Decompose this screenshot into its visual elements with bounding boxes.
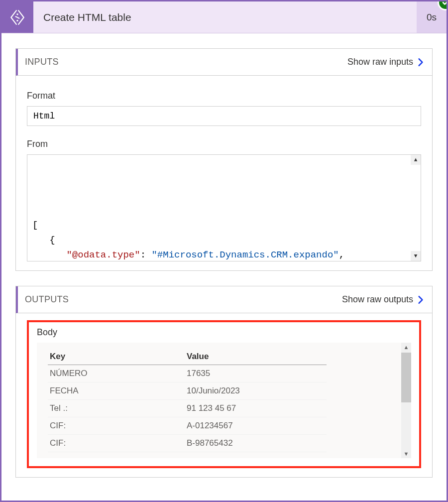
- table-row: NÚMERO17635: [48, 365, 327, 382]
- scroll-up-button[interactable]: ▲: [401, 343, 411, 352]
- from-json-viewer[interactable]: ▲ ▼ [ { "@odata.type": "#Microsoft.Dynam…: [27, 154, 421, 261]
- action-title: Create HTML table: [33, 1, 417, 33]
- table-row: CIF:B-98765432: [48, 435, 327, 452]
- scroll-down-button[interactable]: ▼: [411, 251, 421, 261]
- outputs-card-header: OUTPUTS Show raw outputs: [16, 286, 432, 313]
- highlighted-output-region: Body Key Value NÚMERO17635FECHA10/Junio/…: [27, 320, 421, 468]
- table-cell-value: B-98765432: [185, 435, 327, 452]
- scroll-down-button[interactable]: ▼: [401, 449, 411, 458]
- format-value: Html: [27, 106, 421, 126]
- inputs-card-header: INPUTS Show raw inputs: [16, 49, 432, 76]
- outputs-card: OUTPUTS Show raw outputs Body Key Value: [15, 286, 433, 478]
- table-cell-value: 91 123 45 67: [185, 400, 327, 417]
- table-cell-key: CIF:: [48, 435, 185, 452]
- json-line: "@odata.type": "#Microsoft.Dynamics.CRM.…: [32, 248, 416, 261]
- table-cell-key: FECHA: [48, 382, 185, 400]
- table-cell-key: NÚMERO: [48, 365, 185, 382]
- format-label: Format: [27, 91, 421, 101]
- table-cell-value: 17635: [185, 365, 327, 382]
- scroll-up-button[interactable]: ▲: [411, 155, 421, 165]
- json-line: [: [32, 218, 416, 233]
- show-raw-inputs-link[interactable]: Show raw inputs: [347, 57, 425, 67]
- table-cell-key: Tel .:: [48, 400, 185, 417]
- inputs-title: INPUTS: [25, 57, 59, 67]
- json-line: {: [32, 233, 416, 248]
- inputs-card: INPUTS Show raw inputs Format Html From …: [15, 48, 433, 271]
- body-label: Body: [37, 327, 411, 338]
- table-header-key: Key: [48, 349, 185, 365]
- from-label: From: [27, 139, 421, 149]
- outputs-title: OUTPUTS: [25, 294, 69, 305]
- show-raw-outputs-link[interactable]: Show raw outputs: [342, 294, 425, 305]
- svg-point-1: [16, 19, 18, 21]
- data-operations-icon: [1, 1, 33, 33]
- table-cell-key: CIF:: [48, 417, 185, 435]
- table-row: CIF:A-01234567: [48, 417, 327, 435]
- table-cell-value: 10/Junio/2023: [185, 382, 327, 400]
- output-html-table: Key Value NÚMERO17635FECHA10/Junio/2023T…: [48, 349, 327, 452]
- chevron-right-icon: [416, 295, 425, 304]
- table-row: FECHA10/Junio/2023: [48, 382, 327, 400]
- table-row: Tel .:91 123 45 67: [48, 400, 327, 417]
- vertical-scrollbar[interactable]: ▲ ▼: [401, 343, 411, 458]
- table-cell-value: A-01234567: [185, 417, 327, 435]
- svg-point-0: [16, 13, 18, 14]
- action-header: Create HTML table 0s: [1, 1, 447, 33]
- scrollbar-thumb[interactable]: [401, 353, 411, 402]
- body-output-viewer: Key Value NÚMERO17635FECHA10/Junio/2023T…: [37, 343, 411, 458]
- show-raw-inputs-label: Show raw inputs: [347, 57, 413, 67]
- show-raw-outputs-label: Show raw outputs: [342, 294, 413, 305]
- table-header-value: Value: [185, 349, 327, 365]
- chevron-right-icon: [416, 58, 425, 67]
